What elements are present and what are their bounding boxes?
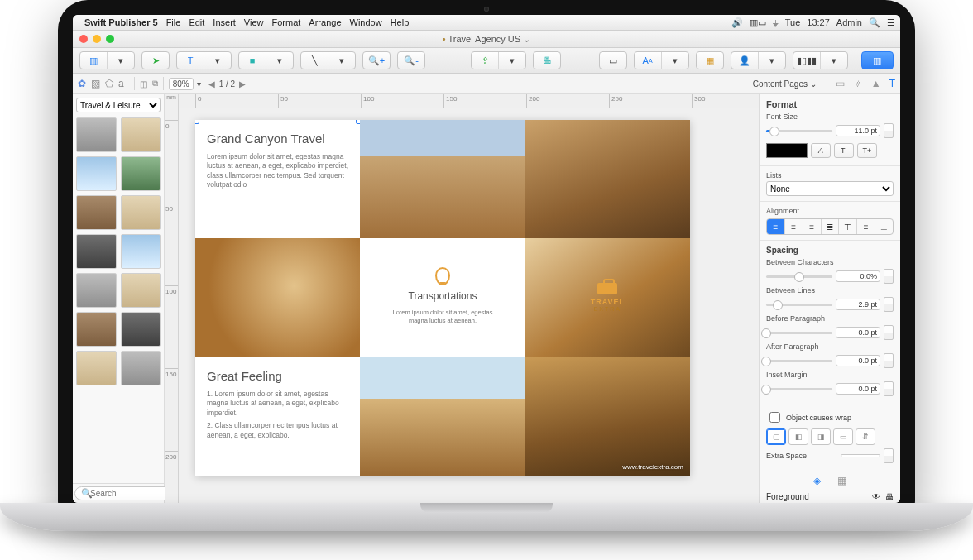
menu-view[interactable]: View	[244, 17, 264, 27]
asset-thumb[interactable]	[76, 156, 117, 191]
body-great-feeling-2[interactable]: 2. Class ullamcorper nec tempus luctus a…	[207, 421, 348, 440]
window-zoom-button[interactable]	[106, 35, 114, 43]
asset-thumb[interactable]	[76, 117, 117, 152]
text-tool-icon[interactable]: T	[177, 52, 204, 69]
cell-photo-rock-top[interactable]	[525, 120, 690, 238]
asset-thumb[interactable]	[76, 273, 117, 308]
align-center-button[interactable]: ≡	[785, 219, 803, 234]
body-transportations[interactable]: Lorem ipsum dolor sit amet, egestas magn…	[385, 309, 501, 325]
view-mode-spread-icon[interactable]: ⧉	[152, 79, 158, 89]
asset-thumb[interactable]	[76, 312, 117, 347]
share-button[interactable]: ⇪ ▾	[471, 51, 526, 69]
line-tool-icon[interactable]: ╲	[301, 52, 328, 69]
menu-edit[interactable]: Edit	[189, 17, 204, 27]
heading-grand-canyon[interactable]: Grand Canyon Travel	[207, 132, 348, 146]
window-close-button[interactable]	[79, 35, 88, 43]
cell-grand-canyon[interactable]: Grand Canyon Travel Lorem ipsum dolor si…	[195, 120, 360, 238]
align-bottom-button[interactable]: ⊥	[875, 219, 893, 234]
cell-photo-boulders[interactable]	[360, 357, 525, 476]
sidebar-tab-smart-shapes[interactable]: ⬠	[105, 78, 113, 89]
category-select[interactable]: Travel & Leisure	[76, 98, 161, 112]
barcode-insert-group[interactable]: ▮▯▮▮ ▾	[793, 51, 848, 69]
font-size-slider[interactable]	[766, 130, 832, 132]
layers-tab-layers-icon[interactable]: ◈	[813, 475, 821, 486]
cell-brand[interactable]: TRAVEL EXTRA	[525, 238, 690, 357]
line-tool-chevron-icon[interactable]: ▾	[328, 52, 355, 69]
decrease-font-button[interactable]: T-	[834, 143, 854, 158]
align-middle-button[interactable]: ≡	[857, 219, 875, 234]
wrap-jump-button[interactable]: ⇵	[856, 428, 875, 445]
sidebar-tab-templates[interactable]: ✿	[78, 78, 86, 89]
asset-thumb[interactable]	[121, 117, 161, 152]
asset-thumb[interactable]	[121, 273, 161, 308]
panel-left-chevron-icon[interactable]: ▾	[108, 52, 134, 69]
page-next-button[interactable]: ▶	[237, 79, 248, 89]
site-url[interactable]: www.travelextra.com	[622, 463, 683, 471]
before-para-slider[interactable]	[766, 332, 832, 334]
text-tool-chevron-icon[interactable]: ▾	[204, 52, 231, 69]
status-battery-icon[interactable]: ▥▭	[750, 17, 766, 28]
shape-tool-icon[interactable]: ■	[239, 52, 266, 69]
menu-arrange[interactable]: Arrange	[309, 17, 341, 27]
shape-tool-group[interactable]: ■ ▾	[238, 51, 294, 69]
between-lines-slider[interactable]	[766, 304, 832, 306]
font-size-stepper[interactable]	[884, 123, 894, 138]
cell-photo-arch[interactable]	[195, 238, 360, 357]
asset-thumb[interactable]	[121, 234, 161, 269]
inspector-tab-text[interactable]: T	[889, 78, 895, 89]
body-grand-canyon[interactable]: Lorem ipsum dolor sit amet, egestas magn…	[207, 152, 348, 190]
barcode-chevron-icon[interactable]: ▾	[821, 52, 847, 69]
page-prev-button[interactable]: ◀	[206, 79, 218, 89]
brand-subtitle[interactable]: EXTRA	[594, 306, 621, 312]
page-viewport[interactable]: Grand Canyon Travel Lorem ipsum dolor si…	[179, 108, 759, 503]
menu-format[interactable]: Format	[272, 17, 301, 27]
menu-insert[interactable]: Insert	[213, 17, 236, 27]
document-page[interactable]: Grand Canyon Travel Lorem ipsum dolor si…	[195, 120, 690, 476]
notification-center-icon[interactable]: ☰	[887, 17, 895, 28]
spotlight-icon[interactable]: 🔍	[869, 17, 880, 28]
layer-row-foreground[interactable]: Foreground 👁 🖶	[760, 490, 900, 503]
lists-select[interactable]: None	[766, 181, 894, 196]
sidebar-tab-fonts[interactable]: a	[118, 78, 124, 89]
inset-margin-slider[interactable]	[766, 388, 832, 390]
calendar-insert-button[interactable]: ▦	[696, 51, 724, 69]
layers-tab-grid-icon[interactable]: ▦	[837, 475, 846, 486]
contact-icon[interactable]: 👤	[731, 52, 759, 69]
page-indicator[interactable]: 1 / 2	[219, 79, 235, 89]
menu-window[interactable]: Window	[350, 17, 382, 27]
bring-fwd-button[interactable]: ▭	[599, 51, 627, 69]
status-volume-icon[interactable]: 🔊	[731, 17, 743, 28]
align-left-button[interactable]: ≡	[767, 219, 785, 234]
align-right-button[interactable]: ≡	[803, 219, 822, 234]
inspector-tab-image[interactable]: ▲	[871, 78, 881, 89]
cell-transportations[interactable]: Transportations Lorem ipsum dolor sit am…	[360, 238, 525, 357]
status-wifi-icon[interactable]: ⏚	[773, 17, 779, 27]
align-justify-button[interactable]: ≣	[822, 219, 840, 234]
zoom-value[interactable]: 80%	[169, 78, 194, 90]
contact-chevron-icon[interactable]: ▾	[759, 52, 785, 69]
after-para-slider[interactable]	[766, 360, 832, 362]
font-style-chevron-icon[interactable]: ▾	[662, 52, 688, 69]
font-style-group[interactable]: AA ▾	[634, 51, 689, 69]
between-chars-slider[interactable]	[766, 275, 832, 278]
extra-space-value[interactable]	[841, 454, 880, 457]
heading-great-feeling[interactable]: Great Feeling	[207, 369, 348, 383]
inspector-tab-appearance[interactable]: ⫽	[853, 78, 863, 89]
line-tool-group[interactable]: ╲ ▾	[300, 51, 356, 69]
between-lines-stepper[interactable]	[884, 297, 894, 312]
asset-thumb[interactable]	[121, 156, 161, 191]
contact-insert-group[interactable]: 👤 ▾	[731, 51, 786, 69]
view-mode-single-icon[interactable]: ◫	[140, 79, 147, 89]
asset-thumb[interactable]	[121, 195, 161, 230]
after-para-stepper[interactable]	[884, 353, 894, 368]
cell-photo-slope[interactable]: www.travelextra.com	[525, 357, 690, 476]
inspector-tab-geometry[interactable]: ▭	[836, 78, 845, 89]
inspector-toggle-button[interactable]: ▥	[861, 51, 894, 69]
text-tool-group[interactable]: T ▾	[176, 51, 232, 69]
share-icon[interactable]: ⇪	[472, 52, 499, 69]
print-button[interactable]: 🖶	[533, 51, 561, 69]
alignment-segmented[interactable]: ≡ ≡ ≡ ≣ ⊤ ≡ ⊥	[766, 218, 894, 235]
menu-app[interactable]: Swift Publisher 5	[84, 17, 158, 27]
between-chars-stepper[interactable]	[884, 269, 894, 284]
wrap-around-button[interactable]: ▢	[766, 428, 786, 445]
